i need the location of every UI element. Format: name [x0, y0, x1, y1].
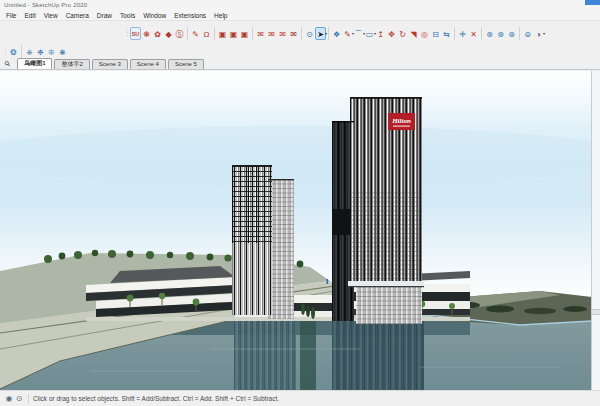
menu-camera[interactable]: Camera: [62, 12, 93, 19]
toolbar-separator: [187, 27, 188, 40]
zoom-window-icon[interactable]: ⊙: [304, 27, 315, 40]
toolbar-separator: [214, 27, 215, 40]
zoom-extents-icon[interactable]: ✕: [468, 27, 479, 40]
plugin-pen-icon[interactable]: ✎: [190, 27, 201, 40]
scene-tool-icon-5[interactable]: ❋: [57, 46, 68, 57]
camera-view-icon-3[interactable]: ⊛: [506, 27, 517, 40]
scene-tab-2[interactable]: 整体平2: [54, 59, 89, 69]
toolbar-separator: [328, 27, 329, 40]
left-tower[interactable]: [232, 165, 294, 319]
library-card-icon-2[interactable]: ▣: [228, 27, 239, 40]
library-card-icon-3[interactable]: ▣: [239, 27, 250, 40]
toolbar-separator: [519, 27, 520, 40]
toolbar-separator: [454, 27, 455, 40]
scale-tool-icon[interactable]: ◥: [408, 27, 419, 40]
pan-tool-icon[interactable]: ✛: [457, 27, 468, 40]
plugin-diamond-icon[interactable]: ◆: [163, 27, 174, 40]
scrollbar-notch: [592, 309, 600, 315]
scene-tab-1[interactable]: 鸟瞰图1: [17, 58, 52, 69]
push-pull-icon[interactable]: ↥: [375, 27, 386, 40]
sketchup-logo-icon[interactable]: SU: [130, 27, 141, 40]
toolbar-spacer: [2, 33, 124, 34]
camera-view-icon-1[interactable]: ⊛: [484, 27, 495, 40]
title-bar: Untitled - SketchUp Pro 2020: [0, 0, 600, 10]
scale-figure: [327, 279, 329, 284]
offset-tool-icon[interactable]: ◎: [419, 27, 430, 40]
scene-tab-5[interactable]: Scene 5: [168, 59, 204, 69]
camera-view-icon-2[interactable]: ⊛: [495, 27, 506, 40]
shadows-icon[interactable]: ⊜: [522, 27, 533, 40]
make-component-icon[interactable]: ❖: [331, 27, 342, 40]
menu-bar: FileEditViewCameraDrawToolsWindowExtensi…: [0, 10, 600, 21]
dropdown-caret-icon[interactable]: ▾: [325, 27, 327, 40]
library-card-icon-1[interactable]: ▣: [217, 27, 228, 40]
hilton-sign-text: Hilton: [391, 117, 411, 125]
menu-file[interactable]: File: [2, 12, 20, 19]
toolbar-separator: [301, 27, 302, 40]
scene-tool-icon-4[interactable]: ❊: [46, 46, 57, 57]
main-toolbar: ⋮SU❋✿◆Ⓢ✎Ω▣▣▣✉✉✉✉⊙➤▾❖✎▾⌒▾▭▾↥✥↻◥◎⊟⇆✛✕⊛⊛⊛⊜◑…: [0, 21, 600, 45]
geolocation-icon[interactable]: ◉: [4, 394, 14, 403]
flip-tool-icon[interactable]: ⇆: [441, 27, 452, 40]
sketchup-window: Untitled - SketchUp Pro 2020 FileEditVie…: [0, 0, 600, 406]
status-divider: [28, 394, 29, 404]
scene-tab-3[interactable]: Scene 3: [92, 59, 128, 69]
mail-tool-icon-3[interactable]: ✉: [277, 27, 288, 40]
menu-window[interactable]: Window: [139, 12, 170, 19]
line-tool-icon[interactable]: ✎▾: [342, 27, 353, 40]
plugin-magnet-icon[interactable]: Ω: [201, 27, 212, 40]
move-tool-icon[interactable]: ✥: [386, 27, 397, 40]
mail-tool-icon-1[interactable]: ✉: [255, 27, 266, 40]
plugin-flower-icon[interactable]: ✿: [152, 27, 163, 40]
menu-extensions[interactable]: Extensions: [170, 12, 210, 19]
status-bar: ◉⊙ Click or drag to select objects. Shif…: [0, 390, 600, 406]
plugin-star-icon[interactable]: ❋: [141, 27, 152, 40]
toolbar-separator: [21, 45, 22, 58]
toolbar-separator: [481, 27, 482, 40]
status-hint-text: Click or drag to select objects. Shift =…: [33, 395, 279, 402]
magnifier-icon[interactable]: ⚲: [3, 59, 12, 68]
menu-tools[interactable]: Tools: [116, 12, 139, 19]
scene-tool-icon-2[interactable]: ❈: [24, 46, 35, 57]
scene-tool-icon-3[interactable]: ❉: [35, 46, 46, 57]
toolbar-separator: [252, 27, 253, 40]
scene-tab-4[interactable]: Scene 4: [130, 59, 166, 69]
scene-tab-bar: ⚲ 鸟瞰图1整体平2Scene 3Scene 4Scene 5: [0, 58, 600, 70]
viewport-canvas[interactable]: Hilton: [0, 71, 600, 390]
mail-tool-icon-4[interactable]: ✉: [288, 27, 299, 40]
window-accent-strip: [585, 0, 600, 5]
select-tool-icon[interactable]: ➤▾: [315, 27, 326, 40]
arc-tool-icon[interactable]: ⌒▾: [353, 27, 364, 40]
mail-tool-icon-2[interactable]: ✉: [266, 27, 277, 40]
section-plane-icon[interactable]: ⊟: [430, 27, 441, 40]
styles-icon[interactable]: ◑▾: [533, 27, 544, 40]
scene-tool-icon-1[interactable]: ❂: [8, 46, 19, 57]
rotate-tool-icon[interactable]: ↻: [397, 27, 408, 40]
hilton-sign: Hilton: [388, 113, 415, 130]
menu-view[interactable]: View: [40, 12, 62, 19]
help-icon[interactable]: ⊙: [14, 394, 24, 403]
secondary-toolbar: ⋮❂❈❉❊❋: [0, 45, 600, 58]
menu-draw[interactable]: Draw: [93, 12, 116, 19]
window-title: Untitled - SketchUp Pro 2020: [4, 2, 87, 8]
rectangle-tool-icon[interactable]: ▭▾: [364, 27, 375, 40]
right-tower[interactable]: Hilton: [332, 97, 424, 324]
dropdown-caret-icon[interactable]: ▾: [543, 27, 545, 40]
right-scrollbar[interactable]: [591, 71, 600, 390]
plugin-s-icon[interactable]: Ⓢ: [174, 27, 185, 40]
menu-help[interactable]: Help: [210, 12, 231, 19]
menu-edit[interactable]: Edit: [20, 12, 39, 19]
